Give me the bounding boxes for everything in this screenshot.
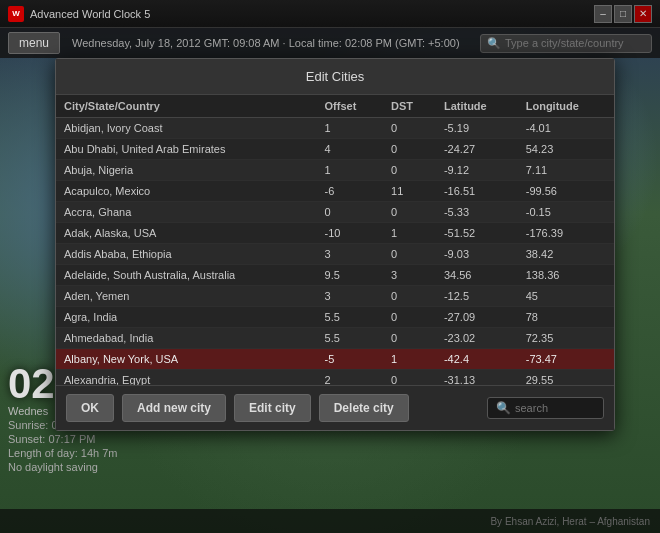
menu-search-input[interactable] xyxy=(505,37,645,49)
window-controls: – □ ✕ xyxy=(594,5,652,23)
col-latitude: Latitude xyxy=(436,95,518,118)
table-row[interactable]: Acapulco, Mexico-611-16.51-99.56 xyxy=(56,181,614,202)
table-row[interactable]: Aden, Yemen30-12.545 xyxy=(56,286,614,307)
city-name: Albany, New York, USA xyxy=(56,349,317,370)
city-lat: 34.56 xyxy=(436,265,518,286)
city-lat: -31.13 xyxy=(436,370,518,386)
table-row[interactable]: Ahmedabad, India5.50-23.0272.35 xyxy=(56,328,614,349)
city-offset: 5.5 xyxy=(317,307,383,328)
city-lon: -4.01 xyxy=(518,118,614,139)
city-dst: 0 xyxy=(383,160,436,181)
city-lon: 29.55 xyxy=(518,370,614,386)
city-offset: 4 xyxy=(317,139,383,160)
table-row[interactable]: Addis Ababa, Ethiopia30-9.0338.42 xyxy=(56,244,614,265)
city-lat: -24.27 xyxy=(436,139,518,160)
table-row[interactable]: Accra, Ghana00-5.33-0.15 xyxy=(56,202,614,223)
col-city: City/State/Country xyxy=(56,95,317,118)
table-row[interactable]: Albany, New York, USA-51-42.4-73.47 xyxy=(56,349,614,370)
city-name: Abu Dhabi, United Arab Emirates xyxy=(56,139,317,160)
city-lat: -9.03 xyxy=(436,244,518,265)
city-lon: 138.36 xyxy=(518,265,614,286)
cities-table-wrapper[interactable]: City/State/Country Offset DST Latitude L… xyxy=(56,95,614,385)
city-name: Adak, Alaska, USA xyxy=(56,223,317,244)
app-icon: W xyxy=(8,6,24,22)
city-name: Abuja, Nigeria xyxy=(56,160,317,181)
footer-bar: By Ehsan Azizi, Herat – Afghanistan xyxy=(0,509,660,533)
table-row[interactable]: Abuja, Nigeria10-9.127.11 xyxy=(56,160,614,181)
col-offset: Offset xyxy=(317,95,383,118)
city-offset: 2 xyxy=(317,370,383,386)
city-offset: 1 xyxy=(317,160,383,181)
table-row[interactable]: Abidjan, Ivory Coast10-5.19-4.01 xyxy=(56,118,614,139)
sunset-time: 07:17 PM xyxy=(48,433,95,445)
day-length-info: Length of day: 14h 7m xyxy=(8,447,118,459)
city-offset: -6 xyxy=(317,181,383,202)
table-row[interactable]: Adak, Alaska, USA-101-51.52-176.39 xyxy=(56,223,614,244)
minimize-button[interactable]: – xyxy=(594,5,612,23)
city-lon: 54.23 xyxy=(518,139,614,160)
table-header-row: City/State/Country Offset DST Latitude L… xyxy=(56,95,614,118)
city-lon: 72.35 xyxy=(518,328,614,349)
city-dst: 0 xyxy=(383,328,436,349)
city-offset: 9.5 xyxy=(317,265,383,286)
table-row[interactable]: Abu Dhabi, United Arab Emirates40-24.275… xyxy=(56,139,614,160)
city-dst: 0 xyxy=(383,244,436,265)
city-lat: -51.52 xyxy=(436,223,518,244)
table-row[interactable]: Agra, India5.50-27.0978 xyxy=(56,307,614,328)
add-new-city-button[interactable]: Add new city xyxy=(122,394,226,422)
city-lon: 78 xyxy=(518,307,614,328)
city-dst: 0 xyxy=(383,307,436,328)
city-lon: -99.56 xyxy=(518,181,614,202)
ok-button[interactable]: OK xyxy=(66,394,114,422)
city-dst: 0 xyxy=(383,286,436,307)
city-lon: -0.15 xyxy=(518,202,614,223)
city-name: Addis Ababa, Ethiopia xyxy=(56,244,317,265)
app-title: Advanced World Clock 5 xyxy=(30,8,594,20)
city-name: Ahmedabad, India xyxy=(56,328,317,349)
sunset-label: Sunset: xyxy=(8,433,45,445)
city-dst: 1 xyxy=(383,223,436,244)
table-row[interactable]: Adelaide, South Australia, Australia9.53… xyxy=(56,265,614,286)
menu-search-box[interactable]: 🔍 xyxy=(480,34,652,53)
dialog-search-box[interactable]: 🔍 xyxy=(487,397,604,419)
city-offset: 5.5 xyxy=(317,328,383,349)
dialog-search-input[interactable] xyxy=(515,402,595,414)
menu-button[interactable]: menu xyxy=(8,32,60,54)
city-lon: 38.42 xyxy=(518,244,614,265)
city-name: Adelaide, South Australia, Australia xyxy=(56,265,317,286)
day-length-value: 14h 7m xyxy=(81,447,118,459)
city-dst: 1 xyxy=(383,349,436,370)
city-lat: -5.33 xyxy=(436,202,518,223)
city-lat: -42.4 xyxy=(436,349,518,370)
city-offset: 3 xyxy=(317,286,383,307)
city-dst: 0 xyxy=(383,202,436,223)
city-dst: 3 xyxy=(383,265,436,286)
cities-table: City/State/Country Offset DST Latitude L… xyxy=(56,95,614,385)
city-offset: -10 xyxy=(317,223,383,244)
city-dst: 0 xyxy=(383,139,436,160)
delete-city-button[interactable]: Delete city xyxy=(319,394,409,422)
city-name: Acapulco, Mexico xyxy=(56,181,317,202)
maximize-button[interactable]: □ xyxy=(614,5,632,23)
menu-bar: menu Wednesday, July 18, 2012 GMT: 09:08… xyxy=(0,28,660,58)
close-button[interactable]: ✕ xyxy=(634,5,652,23)
city-offset: 1 xyxy=(317,118,383,139)
city-dst: 11 xyxy=(383,181,436,202)
dialog-title: Edit Cities xyxy=(56,59,614,95)
sunrise-label: Sunrise: xyxy=(8,419,48,431)
city-lat: -12.5 xyxy=(436,286,518,307)
city-name: Accra, Ghana xyxy=(56,202,317,223)
city-dst: 0 xyxy=(383,118,436,139)
city-lat: -16.51 xyxy=(436,181,518,202)
table-row[interactable]: Alexandria, Egypt20-31.1329.55 xyxy=(56,370,614,386)
title-bar: W Advanced World Clock 5 – □ ✕ xyxy=(0,0,660,28)
city-lon: -176.39 xyxy=(518,223,614,244)
col-longitude: Longitude xyxy=(518,95,614,118)
city-name: Alexandria, Egypt xyxy=(56,370,317,386)
edit-cities-dialog: Edit Cities City/State/Country Offset DS… xyxy=(55,58,615,431)
city-lon: -73.47 xyxy=(518,349,614,370)
city-name: Abidjan, Ivory Coast xyxy=(56,118,317,139)
edit-city-button[interactable]: Edit city xyxy=(234,394,311,422)
dialog-search-icon: 🔍 xyxy=(496,401,511,415)
city-name: Aden, Yemen xyxy=(56,286,317,307)
